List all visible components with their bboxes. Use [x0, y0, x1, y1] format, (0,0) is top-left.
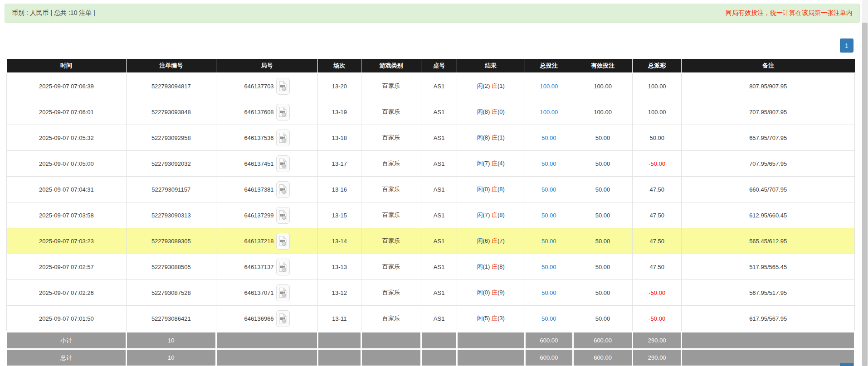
table-row: 2025-09-07 07:06:39 522793094817 6461377…: [7, 73, 855, 99]
result-player-count: (0): [483, 186, 492, 193]
cell-round: 646137703: [216, 73, 317, 99]
result-banker-count: (8): [497, 212, 505, 218]
video-replay-button[interactable]: [276, 104, 290, 120]
cell-bet-id: 522793089305: [126, 228, 216, 254]
video-replay-button[interactable]: [276, 155, 290, 172]
header-bet-id: 注单编号: [126, 59, 216, 73]
cell-table-no: AS1: [421, 306, 457, 332]
header-round: 局号: [216, 59, 317, 73]
result-banker-count: (9): [497, 289, 505, 296]
cell-round: 646137608: [216, 99, 317, 125]
result-player-count: (8): [483, 108, 492, 115]
cell-game-type: 百家乐: [361, 254, 421, 280]
cell-game-type: 百家乐: [361, 306, 421, 332]
result-banker-count: (1): [497, 82, 505, 89]
cell-payout: 47.50: [632, 228, 681, 254]
header-payout: 总派彩: [632, 59, 681, 73]
result-player-label: 闲: [477, 134, 483, 141]
cell-time: 2025-09-07 07:01:50: [7, 306, 127, 332]
total-row: 总计 10 600.00 600.00 290.00: [7, 349, 855, 366]
video-replay-button[interactable]: [276, 310, 290, 327]
cell-remark: 657.95/707.95: [682, 125, 855, 151]
video-replay-button[interactable]: [276, 207, 290, 224]
cell-total-bet: 50.00: [525, 280, 573, 306]
video-file-icon: [278, 267, 287, 274]
cell-remark: 617.95/567.95: [682, 306, 855, 332]
total-bet-link[interactable]: 50.00: [541, 289, 556, 296]
total-payout: 290.00: [632, 349, 681, 366]
cell-time: 2025-09-07 07:05:32: [7, 125, 127, 151]
cell-remark: 807.95/907.95: [682, 73, 855, 99]
cell-total-bet: 50.00: [525, 177, 573, 202]
cell-game-type: 百家乐: [361, 151, 421, 177]
cell-time: 2025-09-07 07:03:23: [7, 228, 127, 254]
round-number: 646137299: [244, 212, 274, 219]
cell-remark: 707.95/657.95: [682, 151, 855, 177]
cell-result: 闲(5) 庄(3): [457, 306, 525, 332]
cell-payout: 50.00: [632, 125, 681, 151]
cell-payout: 100.00: [632, 99, 681, 125]
cell-game-type: 百家乐: [361, 125, 421, 151]
result-player-label: 闲: [477, 186, 483, 193]
header-result: 结果: [457, 59, 525, 73]
video-replay-button[interactable]: [276, 259, 290, 275]
pagination-page-1-top[interactable]: 1: [840, 39, 853, 53]
scrollbar-thumb[interactable]: [862, 23, 868, 366]
cell-bet-id: 522793088505: [126, 254, 216, 280]
result-player-label: 闲: [477, 263, 483, 270]
total-bet-link[interactable]: 100.00: [540, 83, 558, 90]
total-bet-link[interactable]: 50.00: [541, 238, 556, 245]
table-row: 2025-09-07 07:06:01 522793093848 6461376…: [7, 99, 855, 125]
video-file-icon: [278, 293, 287, 299]
result-banker-count: (1): [497, 134, 505, 141]
cell-valid-bet: 50.00: [573, 125, 633, 151]
total-bet-link[interactable]: 100.00: [540, 109, 558, 116]
cell-payout: 47.50: [632, 254, 681, 280]
video-replay-button[interactable]: [276, 181, 290, 198]
cell-payout: -50.00: [632, 151, 681, 177]
video-replay-button[interactable]: [276, 233, 290, 250]
cell-payout: -50.00: [632, 306, 681, 332]
video-replay-button[interactable]: [276, 78, 290, 95]
cell-valid-bet: 50.00: [573, 177, 633, 202]
bet-records-table: 时间 注单编号 局号 场次 游戏类别 桌号 结果 总投注 有效投注 总派彩 备注…: [6, 59, 855, 366]
cell-round: 646137299: [216, 202, 317, 228]
pagination-page-1-bottom[interactable]: 1: [840, 363, 853, 366]
result-banker-count: (8): [497, 186, 505, 193]
total-bet-link[interactable]: 50.00: [541, 186, 556, 193]
total-valid-bet: 600.00: [573, 349, 633, 366]
total-bet-link[interactable]: 50.00: [541, 160, 556, 167]
round-number: 646137137: [244, 264, 274, 270]
cell-session: 13-13: [318, 254, 361, 280]
cell-table-no: AS1: [421, 73, 457, 99]
result-player-count: (6): [483, 237, 492, 244]
total-bet-link[interactable]: 50.00: [541, 212, 556, 219]
total-count: 10: [126, 349, 216, 366]
result-banker-count: (4): [497, 160, 505, 167]
result-player-label: 闲: [477, 315, 483, 322]
cell-bet-id: 522793091157: [126, 177, 216, 202]
cell-result: 闲(0) 庄(9): [457, 280, 525, 306]
total-bet-link[interactable]: 50.00: [541, 135, 556, 141]
cell-round: 646137451: [216, 151, 317, 177]
total-total-bet: 600.00: [525, 349, 573, 366]
total-bet-link[interactable]: 50.00: [541, 264, 556, 270]
video-replay-button[interactable]: [276, 284, 290, 301]
cell-game-type: 百家乐: [361, 73, 421, 99]
video-replay-button[interactable]: [276, 130, 290, 146]
subtotal-count: 10: [126, 332, 216, 349]
header-table-no: 桌号: [421, 59, 457, 73]
cell-bet-id: 522793090313: [126, 202, 216, 228]
vertical-scrollbar[interactable]: [862, 0, 868, 366]
result-banker-count: (7): [497, 237, 505, 244]
header-remark: 备注: [682, 59, 855, 73]
cell-game-type: 百家乐: [361, 99, 421, 125]
video-file-icon: [278, 164, 287, 170]
result-banker-count: (8): [497, 263, 505, 270]
total-bet-link[interactable]: 50.00: [541, 315, 556, 322]
table-row: 2025-09-07 07:01:50 522793086421 6461369…: [7, 306, 855, 332]
cell-session: 13-14: [318, 228, 361, 254]
cell-table-no: AS1: [421, 125, 457, 151]
cell-total-bet: 50.00: [525, 151, 573, 177]
cell-payout: 47.50: [632, 177, 681, 202]
